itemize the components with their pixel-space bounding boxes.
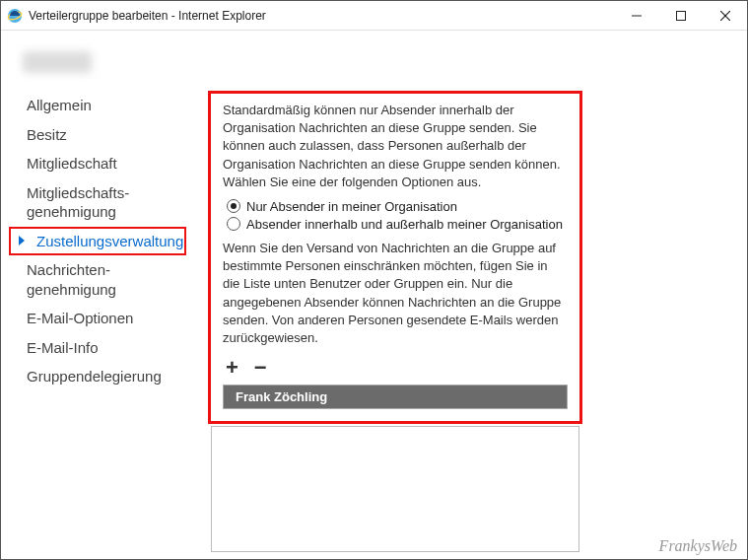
nav-email-info[interactable]: E-Mail-Info — [9, 333, 186, 363]
nav-allgemein[interactable]: Allgemein — [9, 91, 186, 120]
add-remove-toolbar: + − — [223, 355, 568, 381]
radio-external-label: Absender innerhalb und außerhalb meiner … — [246, 217, 563, 232]
watermark-text: FrankysWeb — [659, 537, 737, 555]
radio-row-internal-external[interactable]: Absender innerhalb und außerhalb meiner … — [227, 217, 568, 232]
nav-email-optionen[interactable]: E-Mail-Optionen — [9, 304, 186, 333]
svg-rect-3 — [676, 12, 685, 21]
radio-internal-external[interactable] — [227, 217, 240, 231]
window-title: Verteilergruppe bearbeiten - Internet Ex… — [29, 9, 266, 23]
application-window: Verteilergruppe bearbeiten - Internet Ex… — [0, 0, 748, 560]
sidebar-nav: Allgemein Besitz Mitgliedschaft Mitglied… — [9, 91, 186, 391]
list-continuation-box[interactable] — [211, 426, 579, 552]
titlebar: Verteilergruppe bearbeiten - Internet Ex… — [1, 1, 747, 31]
nav-nachrichtengenehmigung[interactable]: Nachrichten- genehmigung — [9, 255, 186, 304]
restriction-description: Wenn Sie den Versand von Nachrichten an … — [223, 240, 568, 347]
radio-internal-label: Nur Absender in meiner Organisation — [246, 199, 457, 214]
content-area: Allgemein Besitz Mitgliedschaft Mitglied… — [1, 32, 747, 559]
list-item-selected[interactable]: Frank Zöchling — [224, 385, 567, 408]
delivery-management-panel: Standardmäßig können nur Absender innerh… — [208, 91, 582, 424]
internet-explorer-icon — [7, 8, 23, 24]
window-controls — [614, 1, 747, 31]
radio-row-internal[interactable]: Nur Absender in meiner Organisation — [227, 199, 568, 214]
allowed-senders-list[interactable]: Frank Zöchling — [223, 385, 568, 409]
nav-gruppendelegierung[interactable]: Gruppendelegierung — [9, 362, 186, 391]
maximize-button[interactable] — [658, 1, 703, 31]
nav-zustellungsverwaltung[interactable]: Zustellungsverwaltung — [9, 227, 186, 256]
nav-mitgliedschaftsgenehmigung[interactable]: Mitgliedschafts- genehmigung — [9, 178, 186, 227]
nav-mitgliedschaft[interactable]: Mitgliedschaft — [9, 149, 186, 178]
radio-internal-only[interactable] — [227, 199, 240, 213]
remove-sender-button[interactable]: − — [251, 355, 270, 381]
add-sender-button[interactable]: + — [223, 355, 241, 381]
minimize-button[interactable] — [614, 1, 658, 31]
group-name-blurred — [23, 51, 92, 73]
nav-besitz[interactable]: Besitz — [9, 120, 186, 150]
sender-scope-description: Standardmäßig können nur Absender innerh… — [223, 102, 568, 191]
close-button[interactable] — [703, 1, 747, 31]
